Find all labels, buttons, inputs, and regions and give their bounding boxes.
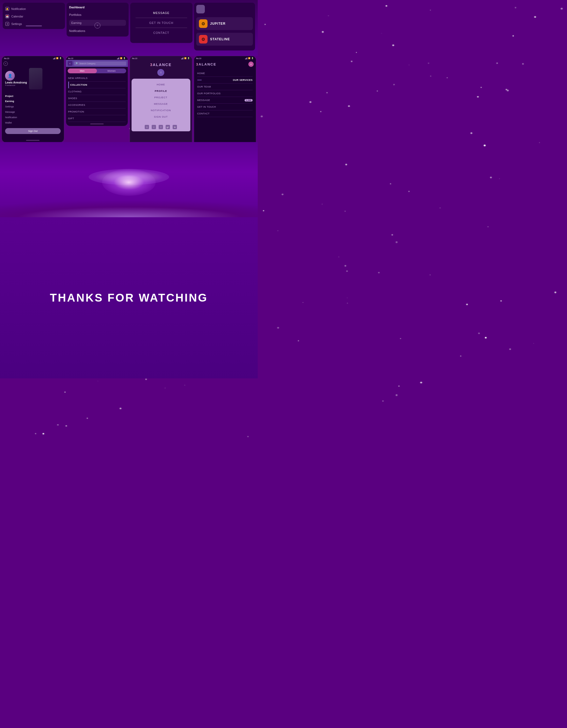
phones-section: No.13 📶 🔋 × 👤 Lewis Armstrong Freelancer [0,56,258,150]
p4-message[interactable]: MESSAGE 1,396 [197,97,253,104]
p4-get-in-touch[interactable]: GET IN TOUCH [197,104,253,110]
nav-message[interactable]: MESSAGE [133,8,190,18]
status-bar-1: No.13 📶 🔋 [2,56,64,60]
nav-calendar[interactable]: 📅 Calendar [5,15,62,18]
avatar-side-image [29,68,42,89]
gender-tabs: Men Women [68,68,126,73]
signal-icon-3 [181,57,183,59]
p4-our-team[interactable]: OUR TEAM [197,84,253,90]
twitter-icon[interactable]: t [145,125,149,129]
lower-section: THANKS FOR WATCHING [0,217,258,378]
category-collection[interactable]: COLLECTION [68,82,126,88]
signal-icon [53,57,55,59]
status-number-1: No.13 [4,57,9,59]
p1-earning[interactable]: Earning [3,99,62,104]
thanks-for-watching-text: THANKS FOR WATCHING [50,291,208,304]
phone4-content: 3ALANCE × HOME OUR SERVICES OUR TEAM OUR… [194,60,256,146]
balance-sign-out[interactable]: SIGN OUT [132,114,190,120]
phone1-content: × 👤 Lewis Armstrong Freelancer Project E… [2,60,64,138]
instagram-icon[interactable]: i [152,125,156,129]
status-bar-4: No.13 📶 🔋 [194,56,256,60]
accent-line [197,80,202,80]
linkedin-icon[interactable]: in [173,125,177,129]
p4-contact[interactable]: CONTACT [197,110,253,117]
phone-balance-nav: No.13 📶 🔋 3ALANCE ↑ HOME PROFILE PROJECT… [130,56,192,150]
section-label: Project [5,95,61,97]
wifi-icon-4: 📶 [248,57,250,59]
nav-settings[interactable]: ⚙ Settings [5,22,62,26]
search-bar[interactable]: 🔍 Search Category [74,61,126,66]
ghost-icon [196,5,205,13]
wifi-icon: 📶 [56,57,59,59]
status-icons-2: 📶 🔋 [117,57,126,59]
balance-project[interactable]: PROJECT [132,94,190,101]
back-button[interactable]: ‹ [68,61,72,66]
nav-dashboard[interactable]: Dashboard [69,5,126,10]
category-clothing[interactable]: CLOTHING [68,88,126,95]
p1-notification[interactable]: Notification [3,115,62,120]
jupiter-card[interactable]: ⚙ JUPITER [196,17,253,30]
stateline-card[interactable]: ⚙ STATELINE [196,33,253,46]
p4-menu: HOME OUR SERVICES OUR TEAM OUR PORTFOLIO… [194,68,256,119]
close-modal-button[interactable]: × [95,23,100,28]
planet-surface [0,174,258,217]
stateline-label: STATELINE [210,37,230,41]
stateline-icon: ⚙ [199,35,208,44]
category-new-arrivals[interactable]: NEW ARRIVALS [68,75,126,82]
nav-portfolios[interactable]: Portfolios [69,12,126,17]
close-button-1[interactable]: × [3,61,8,66]
status-number-4: No.13 [196,57,201,59]
gear-icon: ⚙ [5,22,9,26]
signal-icon-2 [117,57,119,59]
phone-category-search: No.13 📶 🔋 ‹ 🔍 Search Category Men Women … [66,56,128,126]
wifi-icon-3: 📶 [184,57,187,59]
search-placeholder: Search Category [79,62,96,65]
close-button-4[interactable]: × [248,61,254,67]
panel-icon-cards: ⚙ JUPITER ⚙ STATELINE [194,3,255,50]
googleplus-icon[interactable]: g+ [166,125,170,129]
p4-home[interactable]: HOME [197,70,253,77]
p1-wallet[interactable]: Wallet [3,120,62,125]
battery-icon-3: 🔋 [187,57,190,59]
balance-profile[interactable]: PROFILE [132,88,190,94]
category-list: NEW ARRIVALS COLLECTION CLOTHING SHOES A… [66,75,128,122]
phone2-header: ‹ 🔍 Search Category [66,60,128,67]
status-icons-4: 📶 🔋 [245,57,254,59]
status-bar-3: No.13 📶 🔋 [130,56,192,60]
phone-bottom-bar-1 [26,140,39,141]
category-gift[interactable]: GIFT [68,115,126,122]
facebook-icon[interactable]: f [159,125,163,129]
phone3-content: 3ALANCE ↑ HOME PROFILE PROJECT MESSAGE N… [130,60,192,146]
search-icon: 🔍 [76,62,78,65]
top-section: 🔔 Notification 📅 Calendar ⚙ Settings Das… [0,0,258,56]
balance-home[interactable]: HOME [132,81,190,88]
category-shoes[interactable]: SHOES [68,95,126,102]
phone-balance-extended: No.13 📶 🔋 3ALANCE × HOME OUR SERVI [194,56,256,150]
jupiter-icon: ⚙ [199,19,208,28]
social-links: t i f g+ in [132,123,190,131]
p4-our-portfolios[interactable]: OUR PORTFOLIOS [197,90,253,97]
status-number-3: No.13 [132,57,137,59]
p4-our-services[interactable]: OUR SERVICES [197,77,253,84]
nav-get-in-touch[interactable]: GET IN TOUCH [133,18,190,28]
balance-message[interactable]: MESSAGE [132,101,190,107]
nav-notifications[interactable]: Notifications [69,28,126,33]
tab-men[interactable]: Men [68,68,97,73]
tab-women[interactable]: Women [97,68,126,73]
balance-logo: 3ALANCE [130,60,192,69]
up-arrow-button[interactable]: ↑ [157,69,164,76]
phone-bottom-bar-2 [90,124,104,124]
p1-settings[interactable]: Settings [3,104,62,109]
panel-sidebar-nav: 🔔 Notification 📅 Calendar ⚙ Settings [3,3,65,29]
p1-message[interactable]: Message [3,109,62,115]
avatar-area: 👤 Lewis Armstrong Freelancer [3,68,62,89]
category-promotion[interactable]: PROMOTION [68,108,126,115]
battery-icon: 🔋 [59,57,62,59]
bottom-bar [26,26,42,26]
nav-contact[interactable]: CONTACT [133,28,190,38]
status-number-2: No.13 [68,57,73,59]
nav-notification[interactable]: 🔔 Notification [5,7,62,11]
balance-notification[interactable]: NOTIFICATION [132,107,190,114]
category-accesories[interactable]: ACCESORIES [68,102,126,108]
sign-out-button[interactable]: Sign Out [5,128,61,134]
